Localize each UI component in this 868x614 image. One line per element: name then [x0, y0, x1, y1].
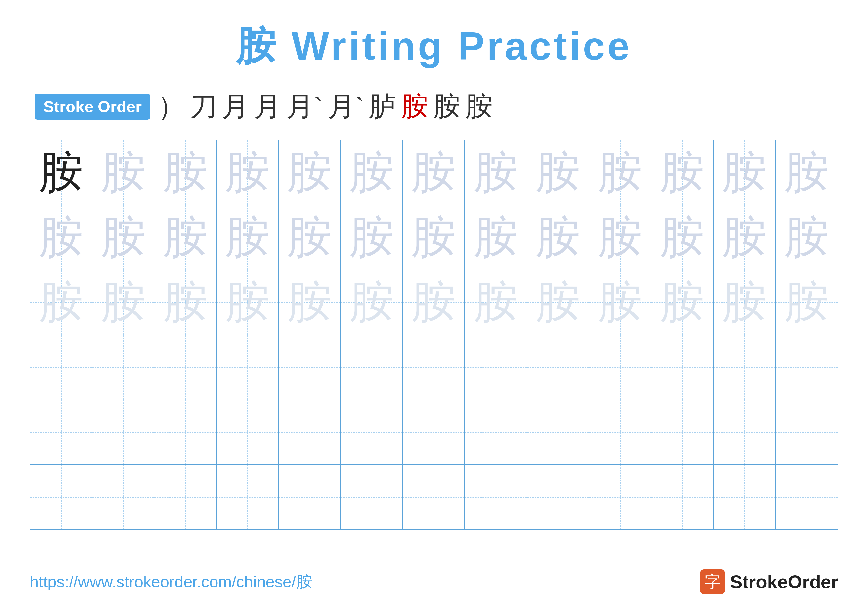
cell-5-3[interactable]: [154, 400, 217, 465]
cell-3-8[interactable]: 胺: [465, 270, 527, 334]
cell-5-6[interactable]: [341, 400, 403, 465]
cell-4-1[interactable]: [30, 335, 92, 399]
logo-icon: 字: [700, 569, 725, 594]
cell-1-5[interactable]: 胺: [279, 140, 341, 205]
cell-6-7[interactable]: [403, 465, 465, 529]
cell-1-13[interactable]: 胺: [776, 140, 838, 205]
cell-6-2[interactable]: [92, 465, 154, 529]
cell-2-10[interactable]: 胺: [589, 205, 651, 270]
stroke-order-row: Stroke Order ） 刀 月 月 月` 月` 胪 胺 胺 胺: [30, 88, 838, 125]
char-display: 胺: [287, 280, 332, 325]
cell-2-2[interactable]: 胺: [92, 205, 154, 270]
cell-4-4[interactable]: [217, 335, 279, 399]
cell-1-8[interactable]: 胺: [465, 140, 527, 205]
cell-3-9[interactable]: 胺: [527, 270, 589, 334]
cell-4-12[interactable]: [714, 335, 776, 399]
cell-2-3[interactable]: 胺: [154, 205, 217, 270]
cell-5-7[interactable]: [403, 400, 465, 465]
stroke-10: 胺: [465, 88, 493, 125]
cell-1-4[interactable]: 胺: [217, 140, 279, 205]
cell-4-6[interactable]: [341, 335, 403, 399]
cell-2-11[interactable]: 胺: [651, 205, 714, 270]
cell-3-1[interactable]: 胺: [30, 270, 92, 334]
cell-5-12[interactable]: [714, 400, 776, 465]
cell-3-12[interactable]: 胺: [714, 270, 776, 334]
cell-2-1[interactable]: 胺: [30, 205, 92, 270]
cell-4-8[interactable]: [465, 335, 527, 399]
cell-5-9[interactable]: [527, 400, 589, 465]
char-display: 胺: [39, 280, 84, 325]
cell-1-9[interactable]: 胺: [527, 140, 589, 205]
char-display: 胺: [784, 150, 829, 195]
cell-3-6[interactable]: 胺: [341, 270, 403, 334]
cell-2-4[interactable]: 胺: [217, 205, 279, 270]
cell-1-12[interactable]: 胺: [714, 140, 776, 205]
cell-1-7[interactable]: 胺: [403, 140, 465, 205]
char-display: 胺: [660, 150, 704, 195]
cell-5-11[interactable]: [651, 400, 714, 465]
cell-4-10[interactable]: [589, 335, 651, 399]
cell-3-13[interactable]: 胺: [776, 270, 838, 334]
cell-1-2[interactable]: 胺: [92, 140, 154, 205]
char-display: 胺: [411, 215, 456, 260]
cell-6-8[interactable]: [465, 465, 527, 529]
cell-5-1[interactable]: [30, 400, 92, 465]
cell-5-4[interactable]: [217, 400, 279, 465]
grid-row-3: 胺 胺 胺 胺 胺 胺 胺 胺 胺 胺 胺 胺 胺: [30, 270, 838, 335]
cell-6-4[interactable]: [217, 465, 279, 529]
cell-6-9[interactable]: [527, 465, 589, 529]
cell-6-5[interactable]: [279, 465, 341, 529]
cell-3-3[interactable]: 胺: [154, 270, 217, 334]
stroke-order-badge[interactable]: Stroke Order: [35, 93, 150, 120]
cell-5-8[interactable]: [465, 400, 527, 465]
char-display: 胺: [163, 215, 208, 260]
cell-3-2[interactable]: 胺: [92, 270, 154, 334]
char-display: 胺: [101, 280, 146, 325]
cell-4-11[interactable]: [651, 335, 714, 399]
cell-2-13[interactable]: 胺: [776, 205, 838, 270]
cell-3-11[interactable]: 胺: [651, 270, 714, 334]
char-display: 胺: [101, 150, 146, 195]
cell-6-1[interactable]: [30, 465, 92, 529]
cell-6-3[interactable]: [154, 465, 217, 529]
grid-row-2: 胺 胺 胺 胺 胺 胺 胺 胺 胺 胺 胺 胺 胺: [30, 205, 838, 270]
cell-3-5[interactable]: 胺: [279, 270, 341, 334]
cell-6-6[interactable]: [341, 465, 403, 529]
cell-5-13[interactable]: [776, 400, 838, 465]
cell-4-2[interactable]: [92, 335, 154, 399]
char-display: 胺: [287, 150, 332, 195]
cell-5-2[interactable]: [92, 400, 154, 465]
cell-4-3[interactable]: [154, 335, 217, 399]
cell-2-6[interactable]: 胺: [341, 205, 403, 270]
practice-grid: 胺 胺 胺 胺 胺 胺 胺 胺 胺 胺 胺 胺 胺 胺 胺 胺 胺 胺 胺 胺 …: [30, 140, 838, 530]
cell-4-9[interactable]: [527, 335, 589, 399]
cell-2-9[interactable]: 胺: [527, 205, 589, 270]
cell-1-10[interactable]: 胺: [589, 140, 651, 205]
cell-4-13[interactable]: [776, 335, 838, 399]
cell-2-12[interactable]: 胺: [714, 205, 776, 270]
cell-1-6[interactable]: 胺: [341, 140, 403, 205]
footer-url[interactable]: https://www.strokeorder.com/chinese/胺: [30, 571, 312, 593]
cell-5-5[interactable]: [279, 400, 341, 465]
cell-6-13[interactable]: [776, 465, 838, 529]
cell-1-11[interactable]: 胺: [651, 140, 714, 205]
cell-2-7[interactable]: 胺: [403, 205, 465, 270]
cell-5-10[interactable]: [589, 400, 651, 465]
char-display: 胺: [225, 280, 270, 325]
cell-6-12[interactable]: [714, 465, 776, 529]
cell-1-3[interactable]: 胺: [154, 140, 217, 205]
cell-4-5[interactable]: [279, 335, 341, 399]
cell-4-7[interactable]: [403, 335, 465, 399]
char-display: 胺: [101, 215, 146, 260]
cell-2-5[interactable]: 胺: [279, 205, 341, 270]
char-display: 胺: [660, 280, 704, 325]
cell-2-8[interactable]: 胺: [465, 205, 527, 270]
char-display: 胺: [163, 150, 208, 195]
char-display: 胺: [349, 150, 394, 195]
cell-3-10[interactable]: 胺: [589, 270, 651, 334]
cell-1-1[interactable]: 胺: [30, 140, 92, 205]
cell-6-10[interactable]: [589, 465, 651, 529]
cell-3-4[interactable]: 胺: [217, 270, 279, 334]
cell-6-11[interactable]: [651, 465, 714, 529]
cell-3-7[interactable]: 胺: [403, 270, 465, 334]
